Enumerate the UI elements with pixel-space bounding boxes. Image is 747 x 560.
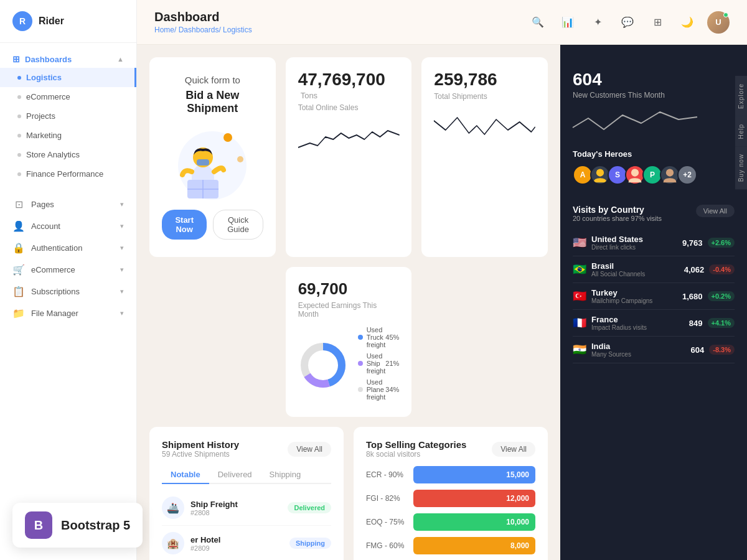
- pages-section: ⊡ Pages ▾ 👤 Account ▾ 🔒 Authentication ▾…: [0, 186, 136, 327]
- breadcrumb-current: Logistics: [223, 26, 252, 34]
- sidebar-item-label: eCommerce: [26, 92, 70, 101]
- logo-area[interactable]: R Rider: [0, 0, 136, 43]
- heroes-title: Today's Heroes: [573, 149, 735, 159]
- shipment-id: #2808: [190, 509, 281, 516]
- sidebar-item-label: Projects: [26, 111, 55, 121]
- shipment-tabs: Notable Delivered Shipping: [162, 466, 331, 484]
- flag-in: 🇮🇳: [573, 343, 586, 357]
- help-action[interactable]: Help: [735, 116, 747, 147]
- bootstrap-label: Bootstrap 5: [61, 518, 130, 533]
- vertical-actions: Explore Help Buy now: [735, 76, 747, 190]
- shipment-type-icon: 🏨: [162, 532, 184, 554]
- categories-subtitle: 8k social visitors: [366, 450, 466, 459]
- total-shipments-card: 259,786 Total Shipments: [421, 57, 548, 257]
- stat-value: 259,786: [434, 70, 535, 90]
- heroes-avatars: A S P +2: [573, 165, 735, 185]
- sidebar-item-finance-performance[interactable]: Finance Performance: [0, 164, 136, 184]
- tab-notable[interactable]: Notable: [162, 466, 209, 484]
- bar-eoq: EOQ - 75% 10,000: [366, 513, 535, 531]
- sidebar-item-ecommerce[interactable]: eCommerce: [0, 87, 136, 106]
- search-button[interactable]: 🔍: [528, 12, 548, 32]
- sidebar-item-marketing[interactable]: Marketing: [0, 126, 136, 145]
- status-badge: Shipping: [289, 538, 331, 549]
- tab-shipping[interactable]: Shipping: [261, 466, 310, 484]
- theme-toggle[interactable]: 🌙: [677, 12, 697, 32]
- breadcrumb-dashboards: Dashboards/: [179, 26, 221, 34]
- dot: [17, 172, 21, 176]
- grid-button[interactable]: ⊞: [647, 12, 667, 32]
- stat-label: Total Online Sales: [298, 103, 400, 112]
- dashboards-label: Dashboards: [25, 55, 72, 64]
- stat-label: Total Shipments: [434, 92, 535, 101]
- bar-fgi: FGI - 82% 12,000: [366, 490, 535, 507]
- list-item: 🏨 er Hotel #2809 Shipping: [162, 526, 331, 560]
- sales-chart: [298, 119, 400, 157]
- change-badge: -8.3%: [709, 345, 735, 355]
- settings-button[interactable]: ✦: [588, 12, 608, 32]
- shipment-name: er Hotel: [190, 535, 283, 544]
- new-customers-section: 604 New Customers This Month: [560, 57, 747, 139]
- country-info-in: India Many Sources: [591, 342, 686, 358]
- active-dot: [17, 76, 21, 80]
- dashboards-group[interactable]: ⊞ Dashboards ▲: [0, 50, 136, 68]
- app-name: Rider: [39, 16, 64, 27]
- sidebar-item-logistics[interactable]: Logistics: [0, 68, 136, 87]
- categories-title: Top Selling Categories: [366, 439, 466, 450]
- svg-point-2: [237, 156, 243, 162]
- bottom-row: Shipment History 59 Active Shipments Vie…: [149, 427, 548, 560]
- legend-truck: Used Truck freight 45%: [358, 326, 400, 348]
- bar-track: 8,000: [413, 537, 535, 554]
- shipment-view-all-button[interactable]: View All: [288, 442, 331, 457]
- promo-subtitle: Bid a New Shipment: [162, 89, 263, 115]
- donut-chart: [298, 340, 348, 390]
- categories-card: Top Selling Categories 8k social visitor…: [354, 427, 548, 560]
- country-info-us: United States Direct link clicks: [591, 235, 677, 251]
- stat-value: 47,769,700 Tons: [298, 70, 400, 101]
- ecommerce-icon: 🛒: [12, 264, 25, 276]
- categories-header: Top Selling Categories 8k social visitor…: [366, 439, 535, 459]
- pages-chevron: ▾: [120, 200, 124, 208]
- page-title: Dashboard: [154, 10, 252, 24]
- account-label: Account: [31, 222, 60, 231]
- sidebar-item-projects[interactable]: Projects: [0, 106, 136, 126]
- sidebar-item-store-analytics[interactable]: Store Analytics: [0, 145, 136, 164]
- tab-delivered[interactable]: Delivered: [209, 466, 261, 484]
- legend-plane: Used Plane freight 34%: [358, 378, 400, 401]
- buy-now-action[interactable]: Buy now: [735, 146, 747, 189]
- flag-br: 🇧🇷: [573, 263, 586, 276]
- subscriptions-label: Subscriptions: [31, 287, 80, 296]
- subscriptions-icon: 📋: [12, 286, 25, 297]
- sidebar-item-authentication[interactable]: 🔒 Authentication ▾: [0, 237, 136, 259]
- explore-action[interactable]: Explore: [735, 76, 747, 116]
- bar-track: 10,000: [413, 513, 535, 531]
- sidebar-item-pages[interactable]: ⊡ Pages ▾: [0, 194, 136, 215]
- sidebar-item-label: Finance Performance: [26, 169, 103, 179]
- sidebar-item-subscriptions[interactable]: 📋 Subscriptions ▾: [0, 281, 136, 302]
- categories-view-all-button[interactable]: View All: [492, 442, 535, 457]
- file-manager-label: File Manager: [31, 309, 78, 318]
- flag-tr: 🇹🇷: [573, 289, 586, 303]
- sidebar-item-account[interactable]: 👤 Account ▾: [0, 215, 136, 237]
- messages-button[interactable]: 💬: [618, 12, 637, 32]
- change-badge: +2.6%: [708, 238, 735, 248]
- analytics-button[interactable]: 📊: [558, 12, 578, 32]
- dot: [17, 114, 21, 118]
- bar-track: 15,000: [413, 466, 535, 483]
- dot: [17, 95, 21, 99]
- change-badge: +0.2%: [708, 291, 735, 301]
- change-badge: +4.1%: [708, 318, 735, 328]
- sidebar-item-file-manager[interactable]: 📁 File Manager ▾: [0, 302, 136, 324]
- quick-guide-button[interactable]: Quick Guide: [213, 210, 263, 240]
- shipment-type-icon: 🚢: [162, 497, 184, 519]
- visits-view-all-button[interactable]: View All: [696, 205, 735, 217]
- auth-icon: 🔒: [12, 242, 25, 254]
- shipment-history-header: Shipment History 59 Active Shipments Vie…: [162, 439, 331, 459]
- sidebar-item-ecommerce-nav[interactable]: 🛒 eCommerce ▾: [0, 259, 136, 281]
- visits-header: Visits by Country 20 countries share 97%…: [573, 205, 735, 222]
- account-chevron: ▾: [120, 222, 124, 230]
- sidebar-item-label: Marketing: [26, 131, 62, 140]
- sub-chevron: ▾: [120, 287, 124, 296]
- sidebar: R Rider ⊞ Dashboards ▲ Logistics eCommer…: [0, 0, 137, 560]
- start-now-button[interactable]: Start Now: [162, 210, 207, 240]
- ecommerce-chevron: ▾: [120, 266, 124, 274]
